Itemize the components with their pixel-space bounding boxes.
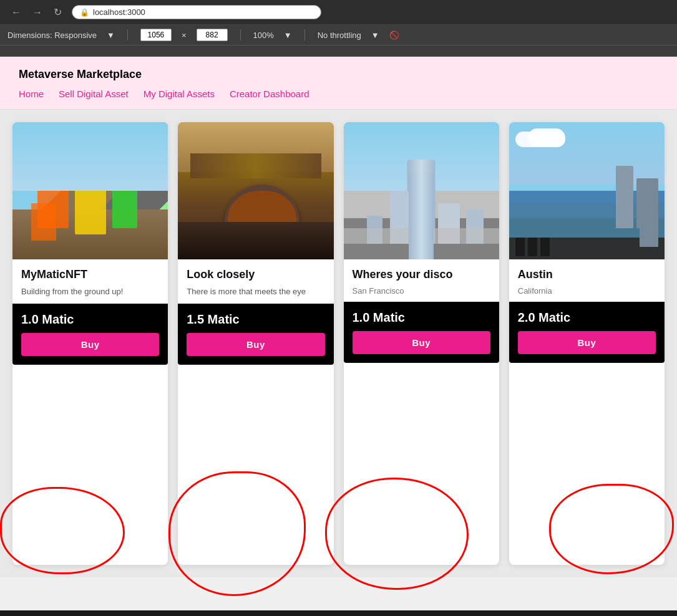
card-3-annotation	[325, 478, 469, 590]
nav-sell[interactable]: Sell Digital Asset	[59, 89, 129, 99]
card-3-title: Wheres your disco	[353, 268, 490, 281]
card-4-body: Austin California	[509, 259, 665, 296]
browser-chrome: ← → ↻ 🔒 localhost:3000	[0, 0, 677, 25]
card-2-title: Look closely	[187, 268, 324, 281]
throttle-label: No throttling	[318, 31, 361, 40]
card-mymaticnft: MyMaticNFT Building from the ground up! …	[12, 122, 168, 565]
card-3-buy-button[interactable]: Buy	[353, 331, 490, 354]
zoom-label: 100%	[253, 31, 274, 40]
card-4-annotation	[549, 484, 674, 574]
height-input[interactable]	[197, 29, 228, 41]
site-title: Metaverse Marketplace	[19, 68, 658, 81]
site-header: Metaverse Marketplace Home Sell Digital …	[0, 57, 677, 110]
cards-grid: MyMaticNFT Building from the ground up! …	[0, 110, 677, 577]
card-wheres-your-disco: Wheres your disco San Francisco 1.0 Mati…	[344, 122, 499, 565]
card-1-price: 1.0 Matic	[21, 312, 159, 327]
toolbar-divider-2	[240, 29, 241, 41]
dimensions-label: Dimensions: Responsive	[7, 31, 97, 40]
card-2-price-box: 1.5 Matic Buy	[178, 304, 333, 365]
card-2-image	[178, 122, 333, 259]
card-2-body: Look closely There is more that meets th…	[178, 259, 333, 297]
site-nav: Home Sell Digital Asset My Digital Asset…	[19, 89, 658, 99]
nav-home[interactable]: Home	[19, 89, 44, 99]
card-2-annotation	[168, 471, 306, 596]
card-austin: Austin California 2.0 Matic Buy	[509, 122, 665, 565]
card-2-desc: There is more that meets the eye	[187, 286, 324, 297]
throttle-dropdown-icon: ▼	[371, 31, 379, 40]
url-text: localhost:3000	[93, 7, 145, 17]
card-2-price: 1.5 Matic	[187, 312, 324, 327]
browser-toolbar: Dimensions: Responsive ▼ × 100% ▼ No thr…	[0, 25, 677, 46]
card-1-image	[12, 122, 168, 259]
card-3-subtitle: San Francisco	[353, 286, 490, 296]
page-wrapper: Metaverse Marketplace Home Sell Digital …	[0, 57, 677, 610]
card-4-subtitle: California	[518, 286, 656, 296]
no-throttle-icon: 🚫	[389, 31, 399, 40]
ruler	[0, 46, 677, 57]
width-input[interactable]	[140, 29, 172, 41]
card-4-buy-button[interactable]: Buy	[518, 331, 656, 354]
card-1-annotation	[0, 487, 125, 574]
card-4-price-box: 2.0 Matic Buy	[509, 302, 665, 363]
back-button[interactable]: ←	[7, 6, 25, 19]
lock-icon: 🔒	[80, 8, 89, 17]
card-3-price-box: 1.0 Matic Buy	[344, 302, 499, 363]
card-look-closely: Look closely There is more that meets th…	[178, 122, 333, 565]
card-3-image	[344, 122, 499, 259]
card-1-title: MyMaticNFT	[21, 268, 159, 281]
address-bar[interactable]: 🔒 localhost:3000	[72, 5, 321, 19]
card-1-body: MyMaticNFT Building from the ground up!	[12, 259, 168, 297]
card-3-price: 1.0 Matic	[353, 310, 490, 325]
dropdown-icon: ▼	[107, 31, 115, 40]
toolbar-divider-3	[304, 29, 305, 41]
nav-creator-dashboard[interactable]: Creator Dashboard	[230, 89, 309, 99]
card-2-buy-button[interactable]: Buy	[187, 333, 324, 356]
toolbar-divider	[127, 29, 128, 41]
card-3-body: Wheres your disco San Francisco	[344, 259, 499, 296]
nav-my-assets[interactable]: My Digital Assets	[144, 89, 215, 99]
card-1-price-box: 1.0 Matic Buy	[12, 304, 168, 365]
card-1-buy-button[interactable]: Buy	[21, 333, 159, 356]
nav-buttons: ← → ↻	[7, 5, 66, 19]
card-1-desc: Building from the ground up!	[21, 286, 159, 297]
zoom-dropdown-icon: ▼	[284, 31, 292, 40]
reload-button[interactable]: ↻	[50, 5, 66, 19]
x-separator: ×	[182, 31, 187, 40]
card-4-image	[509, 122, 665, 259]
card-4-price: 2.0 Matic	[518, 310, 656, 325]
forward-button[interactable]: →	[29, 6, 46, 19]
card-4-title: Austin	[518, 268, 656, 281]
